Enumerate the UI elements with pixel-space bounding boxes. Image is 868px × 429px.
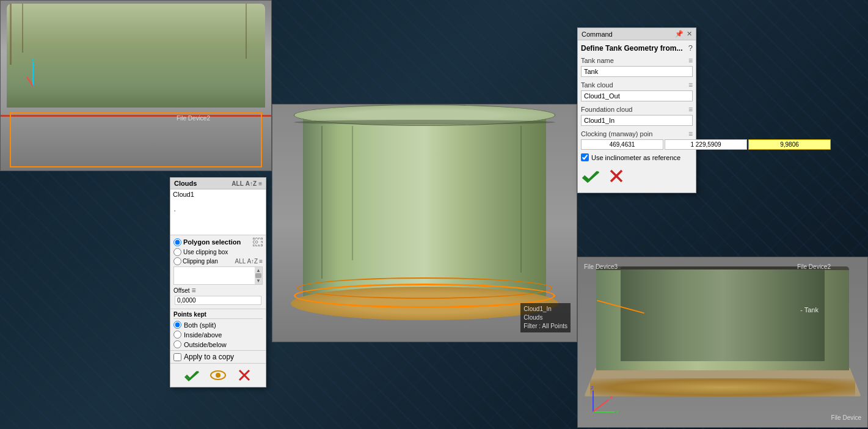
tank-cloud-input[interactable] xyxy=(581,90,693,101)
tank-3d-label: - Tank xyxy=(800,306,819,314)
polygon-radio-row: Polygon selection xyxy=(173,238,263,246)
coords-row xyxy=(581,139,693,150)
clipping-all-btn[interactable]: ALL xyxy=(235,258,246,265)
tank-name-group: Tank name ≡ xyxy=(581,56,693,77)
viewport-center: Cloud1_In Clouds Filter : All Points xyxy=(272,104,577,342)
file-device-label-tl: File Device2 xyxy=(177,115,210,122)
cmd-cancel-button[interactable] xyxy=(607,166,626,189)
both-split-label: Both (split) xyxy=(184,321,216,329)
foundation-cloud-label: Foundation cloud xyxy=(581,106,632,113)
offset-menu-icon[interactable]: ≡ xyxy=(192,286,196,295)
file-device2-label-br: File Device2 xyxy=(797,263,831,270)
svg-text:Y: Y xyxy=(616,409,619,415)
cmd-confirm-button[interactable] xyxy=(581,166,600,189)
svg-text:Z: Z xyxy=(591,385,594,391)
viewport-top-left: z File Device2 xyxy=(0,0,272,171)
inclinometer-row: Use inclinometer as reference xyxy=(581,153,693,161)
offset-row: Offset ≡ xyxy=(173,286,263,295)
both-split-radio[interactable] xyxy=(173,321,181,329)
seg-confirm-button[interactable] xyxy=(183,367,200,384)
svg-line-15 xyxy=(593,400,608,412)
seg-dialog: Clouds ALL A↑Z ≡ Cloud1 · Polygon select… xyxy=(170,177,266,387)
clipping-az-btn[interactable]: A↑Z xyxy=(247,258,258,265)
outside-below-label: Outside/below xyxy=(184,341,227,348)
clipping-box-label: Use clipping box xyxy=(183,249,228,255)
seg-az-btn[interactable]: A↑Z xyxy=(246,180,257,187)
axis-tl: z xyxy=(24,56,42,92)
coord-y-input[interactable] xyxy=(665,139,747,150)
apply-copy-checkbox[interactable] xyxy=(173,353,181,361)
polygon-selection-section: Polygon selection Use clipping box Clipp… xyxy=(170,235,266,309)
tank-cloud-group: Tank cloud ≡ xyxy=(581,81,693,101)
clocking-menu[interactable]: ≡ xyxy=(688,130,693,138)
points-kept-label: Points kept xyxy=(173,311,263,319)
tank-top-scene: z File Device2 xyxy=(1,1,271,170)
clocking-group: Clocking (manway) poin ≡ xyxy=(581,130,693,150)
outside-below-item: Outside/below xyxy=(173,340,263,348)
coord-x-input[interactable] xyxy=(581,139,663,150)
foundation-cloud-input[interactable] xyxy=(581,115,693,126)
cmd-close-icon[interactable]: ✕ xyxy=(687,30,692,38)
cmd-define-title: Define Tank Geometry from... xyxy=(581,44,682,53)
cloud-list-item[interactable]: Cloud1 xyxy=(170,189,266,199)
cmd-titlebar: Command 📌 ✕ xyxy=(578,28,696,40)
seg-dialog-title: Clouds xyxy=(174,180,197,187)
file-device-label-br: File Device xyxy=(831,414,861,421)
file-device3-label: File Device3 xyxy=(584,263,618,270)
tank-name-input[interactable] xyxy=(581,66,693,77)
polygon-icon xyxy=(253,238,263,246)
clipping-plane-row: Clipping plan ALL A↑Z ≡ xyxy=(173,257,263,265)
inclinometer-checkbox[interactable] xyxy=(581,153,589,161)
seg-dialog-header: Clouds ALL A↑Z ≡ xyxy=(170,178,266,189)
cmd-action-row xyxy=(581,166,693,189)
cloud-in-label: Cloud1_In Clouds Filter : All Points xyxy=(520,303,571,332)
seg-all-btn[interactable]: ALL xyxy=(232,180,243,187)
svg-text:X: X xyxy=(610,395,613,400)
inside-above-item: Inside/above xyxy=(173,331,263,339)
clipping-plane-radio[interactable] xyxy=(173,257,181,265)
inside-above-label: Inside/above xyxy=(184,331,222,339)
inclinometer-label: Use inclinometer as reference xyxy=(591,154,680,161)
clipping-plane-label: Clipping plan xyxy=(183,258,218,265)
seg-menu-icon[interactable]: ≡ xyxy=(258,180,262,187)
outside-below-radio[interactable] xyxy=(173,340,181,348)
cmd-pin-icon[interactable]: 📌 xyxy=(675,30,684,38)
apply-copy-row: Apply to a copy xyxy=(170,350,266,363)
seg-cloud-list[interactable]: Cloud1 · xyxy=(170,189,266,235)
points-kept-section: Points kept Both (split) Inside/above Ou… xyxy=(170,309,266,350)
svg-text:z: z xyxy=(32,56,34,62)
seg-cancel-button[interactable] xyxy=(236,367,253,384)
clipping-menu-icon[interactable]: ≡ xyxy=(259,258,263,265)
polygon-radio-input[interactable] xyxy=(173,238,181,246)
polygon-selection-label: Polygon selection xyxy=(183,238,241,246)
svg-line-1 xyxy=(27,77,33,86)
offset-input[interactable] xyxy=(175,296,261,305)
foundation-cloud-group: Foundation cloud ≡ xyxy=(581,105,693,126)
inside-above-radio[interactable] xyxy=(173,331,181,339)
clipping-box-row: Use clipping box xyxy=(173,248,263,256)
seg-view-button[interactable] xyxy=(210,367,227,384)
axis-svg: Z Y X xyxy=(587,384,621,418)
tank-cloud-label: Tank cloud xyxy=(581,81,613,89)
svg-point-4 xyxy=(255,241,258,243)
plane-list[interactable]: ▲ ▼ xyxy=(173,266,263,285)
action-buttons-row xyxy=(170,363,266,387)
command-panel: Command 📌 ✕ Define Tank Geometry from...… xyxy=(577,28,696,193)
apply-copy-label: Apply to a copy xyxy=(184,353,234,361)
viewport-bottom-right: File Device3 File Device2 File Device - … xyxy=(577,257,868,428)
tank-cloud-menu[interactable]: ≡ xyxy=(688,81,693,89)
coord-z-input[interactable] xyxy=(748,139,831,150)
tank-name-menu[interactable]: ≡ xyxy=(688,56,693,65)
clipping-box-radio[interactable] xyxy=(173,248,181,256)
cmd-help-icon[interactable]: ? xyxy=(688,43,693,53)
cmd-title: Command xyxy=(582,31,613,38)
foundation-cloud-menu[interactable]: ≡ xyxy=(688,105,693,114)
clocking-label: Clocking (manway) poin xyxy=(581,130,652,138)
both-split-item: Both (split) xyxy=(173,321,263,329)
svg-point-6 xyxy=(216,373,221,378)
tank-name-label: Tank name xyxy=(581,57,614,64)
axis-br: Z Y X xyxy=(587,384,618,415)
tank-center-scene: Cloud1_In Clouds Filter : All Points xyxy=(272,105,577,342)
offset-label: Offset xyxy=(173,287,190,294)
tank-3d-scene: File Device3 File Device2 File Device - … xyxy=(578,257,867,427)
